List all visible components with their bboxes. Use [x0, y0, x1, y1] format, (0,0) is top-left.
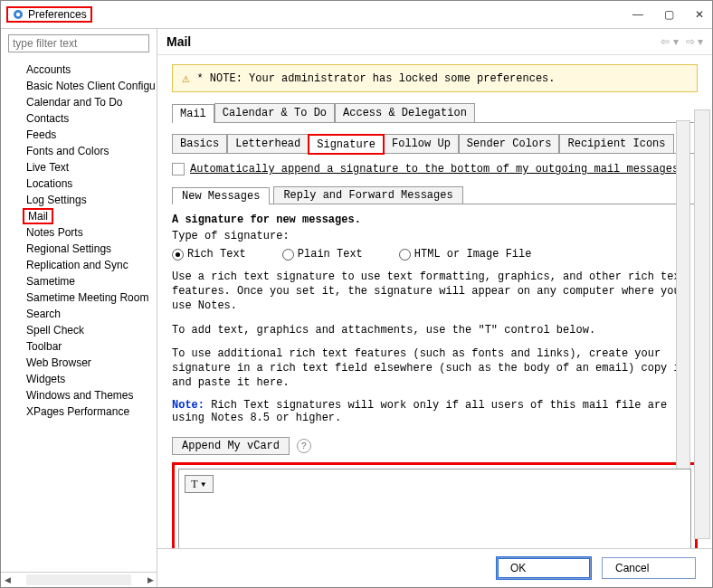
window-title: Preferences — [28, 8, 87, 21]
sidebar-item-contacts[interactable]: Contacts — [1, 110, 157, 127]
subtab-sender-colors[interactable]: Sender Colors — [459, 134, 560, 153]
radio-label: HTML or Image File — [414, 248, 532, 261]
msgtab-reply-and-forward-messages[interactable]: Reply and Forward Messages — [273, 186, 462, 204]
content-pane: Mail ⇦ ▾ ⇨ ▾ ⚠ * NOTE: Your administrato… — [157, 29, 712, 587]
msgtab-new-messages[interactable]: New Messages — [172, 187, 270, 204]
info-paragraph-2: To add text, graphics and attachments, u… — [172, 323, 698, 337]
note-line: Note: Rich Text signatures will work onl… — [172, 399, 698, 424]
radio-label: Rich Text — [187, 248, 246, 261]
subtab-follow-up[interactable]: Follow Up — [384, 134, 459, 153]
close-button[interactable]: ✕ — [692, 8, 707, 21]
sidebar-item-xpages-performance[interactable]: XPages Performance — [1, 403, 157, 420]
sidebar-item-log-settings[interactable]: Log Settings — [1, 192, 157, 208]
signature-editor[interactable]: T▼ — [178, 469, 691, 548]
admin-lock-text: * NOTE: Your administrator has locked so… — [196, 72, 555, 85]
dialog-footer: OK Cancel — [157, 548, 712, 587]
filter-input[interactable] — [8, 34, 149, 52]
auto-append-label[interactable]: Automatically append a signature to the … — [190, 163, 679, 175]
sidebar-item-toolbar[interactable]: Toolbar — [1, 338, 157, 355]
cancel-button[interactable]: Cancel — [602, 557, 696, 579]
radio-icon[interactable] — [399, 249, 411, 261]
radio-icon[interactable] — [172, 249, 184, 261]
signature-type-radios: Rich TextPlain TextHTML or Image File — [172, 248, 698, 261]
minimize-button[interactable]: — — [631, 8, 645, 21]
text-tool-button[interactable]: T▼ — [185, 475, 214, 493]
subtab-signature[interactable]: Signature — [309, 135, 384, 154]
ok-button[interactable]: OK — [497, 557, 591, 579]
subtab-letterhead[interactable]: Letterhead — [227, 134, 309, 153]
sidebar-item-search[interactable]: Search — [1, 306, 157, 322]
tab-access-delegation[interactable]: Access & Delegation — [335, 103, 475, 122]
sidebar-item-feeds[interactable]: Feeds — [1, 127, 157, 143]
sidebar: AccountsBasic Notes Client ConfiguCalend… — [1, 29, 157, 587]
admin-lock-note: ⚠ * NOTE: Your administrator has locked … — [172, 64, 698, 92]
nav-icons: ⇦ ▾ ⇨ ▾ — [661, 35, 703, 48]
tabs-top: MailCalendar & To DoAccess & Delegation — [172, 100, 698, 123]
sidebar-item-widgets[interactable]: Widgets — [1, 371, 157, 387]
auto-append-row: Automatically append a signature to the … — [172, 163, 698, 175]
sig-type-plain-text[interactable]: Plain Text — [282, 248, 363, 261]
preferences-tree[interactable]: AccountsBasic Notes Client ConfiguCalend… — [1, 58, 157, 572]
append-vcard-button[interactable]: Append My vCard — [172, 437, 290, 455]
forward-icon[interactable]: ⇨ ▾ — [686, 35, 703, 48]
pane-body: ⚠ * NOTE: Your administrator has locked … — [157, 55, 712, 548]
section-heading: A signature for new messages. — [172, 213, 698, 226]
warning-icon: ⚠ — [182, 71, 189, 86]
titlebar: Preferences — ▢ ✕ — [1, 1, 712, 29]
signature-section: A signature for new messages. Type of si… — [172, 213, 698, 548]
info-paragraph-3: To use additional rich text features (su… — [172, 346, 698, 391]
sidebar-item-locations[interactable]: Locations — [1, 175, 157, 192]
sig-type-rich-text[interactable]: Rich Text — [172, 248, 246, 261]
sidebar-item-basic-notes-client-configu[interactable]: Basic Notes Client Configu — [1, 78, 157, 94]
tab-calendar-to-do[interactable]: Calendar & To Do — [214, 103, 335, 122]
sidebar-item-spell-check[interactable]: Spell Check — [1, 322, 157, 338]
tab-mail[interactable]: Mail — [172, 104, 214, 123]
sidebar-item-mail[interactable]: Mail — [23, 208, 53, 224]
sidebar-item-sametime-meeting-room[interactable]: Sametime Meeting Room — [1, 289, 157, 306]
svg-point-1 — [16, 13, 20, 16]
scrollbar-outer[interactable] — [694, 109, 710, 539]
info-paragraph-1: Use a rich text signature to use text fo… — [172, 270, 698, 314]
sidebar-item-live-text[interactable]: Live Text — [1, 159, 157, 175]
window-controls: — ▢ ✕ — [631, 8, 707, 21]
sidebar-item-sametime[interactable]: Sametime — [1, 273, 157, 289]
pane-header: Mail ⇦ ▾ ⇨ ▾ — [157, 29, 712, 55]
maximize-button[interactable]: ▢ — [661, 8, 676, 21]
tabs-sub: BasicsLetterheadSignatureFollow UpSender… — [172, 130, 698, 154]
auto-append-checkbox[interactable] — [172, 163, 185, 175]
sidebar-item-regional-settings[interactable]: Regional Settings — [1, 241, 157, 257]
sidebar-item-notes-ports[interactable]: Notes Ports — [1, 224, 157, 241]
pane-title: Mail — [166, 34, 191, 49]
sidebar-item-accounts[interactable]: Accounts — [1, 62, 157, 78]
note-text: Rich Text signatures will work only if a… — [172, 399, 667, 424]
sidebar-item-fonts-and-colors[interactable]: Fonts and Colors — [1, 143, 157, 159]
sidebar-horizontal-scrollbar[interactable]: ◀▶ — [1, 572, 157, 587]
message-tabs: New MessagesReply and Forward Messages — [172, 186, 698, 204]
app-icon — [12, 8, 24, 21]
title-highlight: Preferences — [6, 6, 92, 23]
subtab-basics[interactable]: Basics — [172, 134, 227, 153]
sidebar-item-web-browser[interactable]: Web Browser — [1, 355, 157, 371]
sidebar-item-replication-and-sync[interactable]: Replication and Sync — [1, 257, 157, 273]
preferences-window: Preferences — ▢ ✕ AccountsBasic Notes Cl… — [0, 0, 713, 588]
filter-box — [8, 34, 149, 52]
chevron-down-icon: ▼ — [200, 480, 207, 488]
editor-highlight: T▼ — [172, 462, 698, 548]
sidebar-item-windows-and-themes[interactable]: Windows and Themes — [1, 387, 157, 403]
radio-icon[interactable] — [282, 249, 294, 261]
type-of-signature-label: Type of signature: — [172, 230, 698, 242]
radio-label: Plain Text — [298, 248, 363, 261]
back-icon[interactable]: ⇦ ▾ — [661, 35, 678, 48]
note-label: Note: — [172, 399, 204, 412]
help-icon[interactable]: ? — [297, 439, 311, 453]
sig-type-html-or-image-file[interactable]: HTML or Image File — [399, 248, 532, 261]
sidebar-item-calendar-and-to-do[interactable]: Calendar and To Do — [1, 94, 157, 110]
subtab-recipient-icons[interactable]: Recipient Icons — [559, 134, 673, 153]
